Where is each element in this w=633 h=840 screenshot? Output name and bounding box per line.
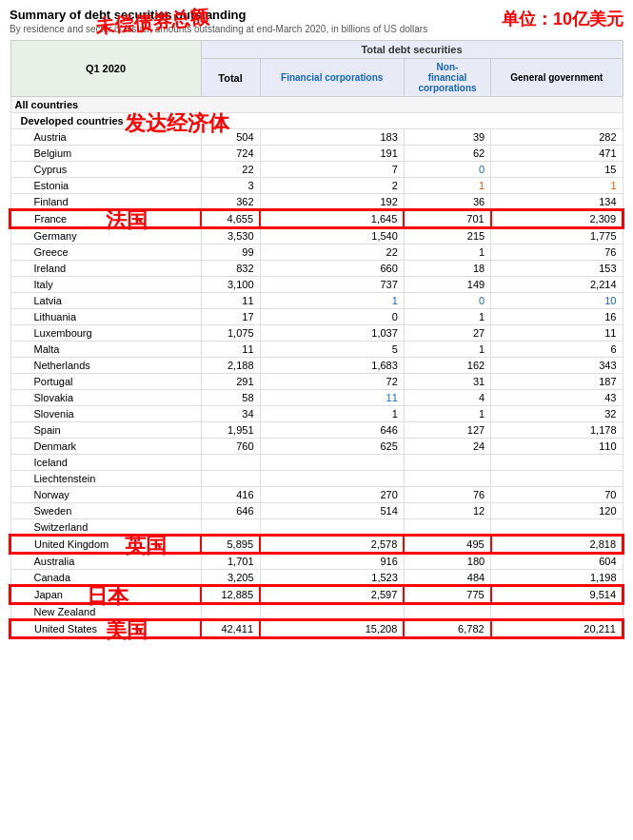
table-row: Switzerland xyxy=(10,519,623,537)
total-group-header: Total debt securities xyxy=(201,41,623,59)
table-row: Lithuania170116 xyxy=(10,309,623,325)
table-row: Netherlands2,1881,683162343 xyxy=(10,358,623,374)
table-row: Ireland83266018153 xyxy=(10,261,623,277)
table-row: Developed countries xyxy=(10,113,623,129)
annotation-unit: 单位：10亿美元 xyxy=(502,8,623,30)
table-row: Belgium72419162471 xyxy=(10,146,623,162)
table-row: Malta11516 xyxy=(10,342,623,358)
table-row: Austria50418339282 xyxy=(10,129,623,146)
table-row: Germany3,5301,5402151,775 xyxy=(10,227,623,244)
table-row: Portugal2917231187 xyxy=(10,374,623,390)
table-row: Cyprus227015 xyxy=(10,162,623,178)
table-row: Greece9922176 xyxy=(10,244,623,261)
table-row: Latvia111010 xyxy=(10,293,623,309)
table-row: Canada3,2051,5234841,198 xyxy=(10,570,623,587)
table-row: Denmark76062524110 xyxy=(10,439,623,455)
table-row: Finland36219236134 xyxy=(10,194,623,211)
table-row: Slovakia5811443 xyxy=(10,390,623,406)
data-table: Q1 2020 Total debt securities Total Fina… xyxy=(10,40,623,638)
table-row: Estonia3211 xyxy=(10,178,623,194)
table-row: Iceland xyxy=(10,455,623,471)
table-row: Sweden64651412120 xyxy=(10,503,623,519)
table-row: France4,6551,6457012,309 xyxy=(10,210,623,227)
table-row: Spain1,9516461271,178 xyxy=(10,422,623,439)
table-row: New Zealand xyxy=(10,603,623,620)
table-row: Luxembourg1,0751,0372711 xyxy=(10,325,623,342)
q1-header: Q1 2020 xyxy=(10,41,201,97)
table-row: All countries xyxy=(10,97,623,113)
col-total: Total xyxy=(201,59,260,97)
table-row: Slovenia341132 xyxy=(10,406,623,422)
table-row: Liechtenstein xyxy=(10,471,623,487)
table-row: Australia1,701916180604 xyxy=(10,553,623,570)
col-general: General government xyxy=(491,59,623,97)
table-row: Norway4162707670 xyxy=(10,487,623,503)
table-row: Italy3,1007371492,214 xyxy=(10,277,623,293)
col-nonfinancial: Non-financialcorporations xyxy=(404,59,490,97)
col-financial: Financial corporations xyxy=(260,59,404,97)
table-row: United States42,41115,2086,78220,211 xyxy=(10,620,623,637)
page-container: Summary of debt securities outstanding B… xyxy=(0,0,633,646)
table-row: United Kingdom5,8952,5784952,818 xyxy=(10,536,623,553)
table-row: Japan12,8852,5977759,514 xyxy=(10,586,623,603)
